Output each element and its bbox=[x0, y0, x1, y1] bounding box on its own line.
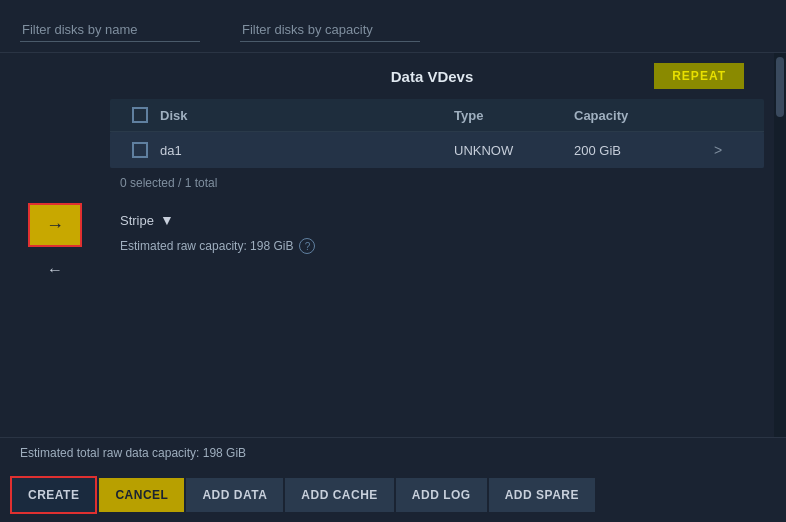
vdevs-title: Data VDevs bbox=[328, 68, 536, 85]
disk-table: Disk Type Capacity da1 UNKNOW 200 GiB > bbox=[110, 99, 764, 168]
filter-capacity-input[interactable] bbox=[240, 18, 420, 42]
selection-info: 0 selected / 1 total bbox=[110, 168, 764, 198]
content-area: → ← Data VDevs REPEAT bbox=[0, 53, 786, 437]
estimated-capacity-label: Estimated raw capacity: 198 GiB bbox=[120, 239, 293, 253]
add-spare-button[interactable]: ADD SPARE bbox=[489, 478, 595, 512]
cancel-button[interactable]: CANCEL bbox=[99, 478, 184, 512]
table-header-row: Disk Type Capacity bbox=[110, 99, 764, 132]
estimated-capacity-row: Estimated raw capacity: 198 GiB ? bbox=[110, 236, 764, 262]
type-column-header: Type bbox=[454, 108, 574, 123]
vdevs-header: Data VDevs REPEAT bbox=[110, 53, 764, 99]
left-nav: → ← bbox=[0, 53, 110, 437]
create-button[interactable]: CREATE bbox=[10, 476, 97, 514]
table-row: da1 UNKNOW 200 GiB > bbox=[110, 132, 764, 168]
repeat-button[interactable]: REPEAT bbox=[654, 63, 744, 89]
forward-arrow-icon: → bbox=[46, 215, 64, 236]
scrollbar-thumb[interactable] bbox=[776, 57, 784, 117]
scrollbar bbox=[774, 53, 786, 437]
capacity-cell: 200 GiB bbox=[574, 143, 714, 158]
row-checkbox[interactable] bbox=[132, 142, 148, 158]
disk-cell: da1 bbox=[160, 143, 454, 158]
row-checkbox-cell bbox=[120, 142, 160, 158]
row-detail-chevron[interactable]: > bbox=[714, 142, 754, 158]
chevron-down-icon: ▼ bbox=[160, 212, 174, 228]
back-arrow-icon: ← bbox=[47, 261, 63, 279]
total-bar: Estimated total raw data capacity: 198 G… bbox=[0, 437, 786, 468]
select-all-cell bbox=[120, 107, 160, 123]
main-panel: Data VDevs REPEAT Disk Type Capacity bbox=[110, 53, 774, 437]
info-icon[interactable]: ? bbox=[299, 238, 315, 254]
add-data-button[interactable]: ADD DATA bbox=[186, 478, 283, 512]
layout-label: Stripe bbox=[120, 213, 154, 228]
add-log-button[interactable]: ADD LOG bbox=[396, 478, 487, 512]
layout-row: Stripe ▼ bbox=[110, 204, 764, 236]
filter-name-input[interactable] bbox=[20, 18, 200, 42]
select-all-checkbox[interactable] bbox=[132, 107, 148, 123]
main-container: → ← Data VDevs REPEAT bbox=[0, 0, 786, 522]
type-cell: UNKNOW bbox=[454, 143, 574, 158]
add-cache-button[interactable]: ADD CACHE bbox=[285, 478, 394, 512]
filter-row bbox=[0, 0, 786, 53]
footer-buttons: CREATE CANCEL ADD DATA ADD CACHE ADD LOG… bbox=[0, 468, 786, 522]
disk-column-header: Disk bbox=[160, 108, 454, 123]
capacity-column-header: Capacity bbox=[574, 108, 714, 123]
back-arrow-button[interactable]: ← bbox=[40, 255, 70, 285]
layout-select[interactable]: Stripe ▼ bbox=[120, 212, 174, 228]
forward-arrow-button[interactable]: → bbox=[30, 205, 80, 245]
total-capacity-label: Estimated total raw data capacity: 198 G… bbox=[20, 446, 246, 460]
